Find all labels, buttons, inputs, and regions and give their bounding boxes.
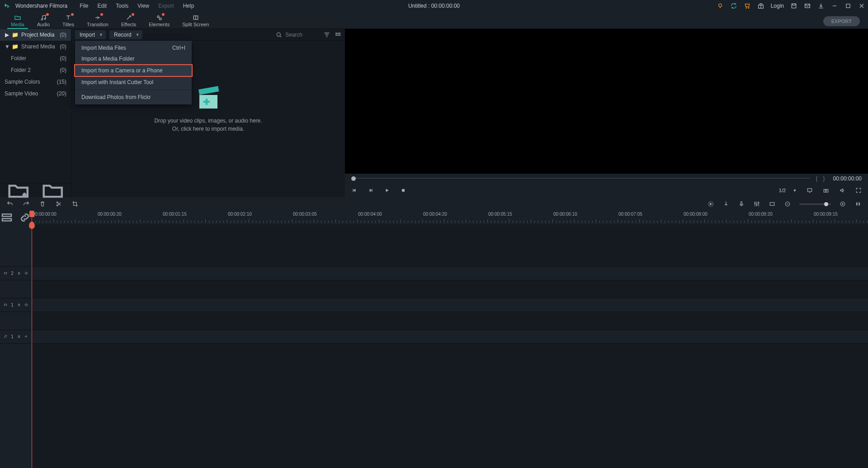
preview-scale-dropdown[interactable]: 1/2▼ (779, 188, 797, 193)
minimize-icon[interactable] (831, 2, 838, 9)
play-icon[interactable] (384, 187, 390, 194)
export-button[interactable]: EXPORT (823, 16, 860, 26)
maximize-icon[interactable] (844, 2, 852, 9)
refresh-icon[interactable] (730, 2, 737, 9)
tab-label: Transition (87, 22, 108, 27)
save-icon[interactable] (790, 2, 797, 9)
svg-point-30 (756, 204, 757, 205)
tab-effects[interactable]: Effects (115, 13, 142, 28)
mute-icon[interactable] (24, 335, 28, 338)
search-input[interactable] (285, 32, 317, 38)
folder-icon[interactable] (41, 179, 65, 203)
svg-rect-40 (18, 273, 19, 274)
next-frame-icon[interactable] (368, 187, 374, 194)
lock-icon[interactable] (17, 271, 21, 275)
menu-flickr[interactable]: Download Photos from Flickr (75, 92, 192, 103)
thumbnail-icon[interactable] (769, 200, 776, 208)
lock-icon[interactable] (17, 303, 21, 307)
record-dropdown[interactable]: Record▼ (109, 30, 142, 39)
zoom-knob[interactable] (824, 202, 828, 206)
menu-import-folder[interactable]: Import a Media Folder (75, 53, 192, 64)
tab-audio[interactable]: Audio (31, 13, 56, 28)
close-icon[interactable] (858, 2, 865, 9)
sidebar-item-sample-video[interactable]: Sample Video (20) (0, 88, 71, 99)
prev-frame-icon[interactable] (351, 187, 358, 194)
cart-icon[interactable] (744, 2, 751, 9)
crop-icon[interactable] (71, 200, 79, 208)
scrub-track[interactable] (351, 178, 811, 180)
tab-split-screen[interactable]: Split Screen (176, 13, 215, 28)
mark-in-icon[interactable]: { (816, 175, 818, 182)
tab-media[interactable]: Media (5, 13, 31, 28)
chevron-down-icon: ▼ (5, 43, 9, 50)
svg-point-9 (157, 16, 159, 18)
menu-view[interactable]: View (133, 1, 153, 10)
scrub-knob[interactable] (351, 176, 356, 181)
lightbulb-icon[interactable] (717, 2, 724, 9)
svg-point-45 (5, 337, 5, 338)
eye-icon[interactable] (24, 271, 28, 275)
mark-out-icon[interactable]: } (823, 175, 825, 182)
gift-icon[interactable] (757, 2, 764, 9)
snapshot-icon[interactable] (823, 187, 829, 194)
sidebar-item-label: Folder (11, 55, 26, 61)
volume-icon[interactable] (839, 187, 845, 194)
grid-view-icon[interactable] (334, 31, 341, 38)
timeline-ruler[interactable]: 00:00:00:0000:00:00:2000:00:01:1500:00:0… (32, 211, 868, 224)
track-v1[interactable]: 1 (0, 298, 868, 312)
track-a1[interactable]: 1 (0, 330, 868, 344)
effects-icon (125, 14, 132, 21)
render-icon[interactable] (707, 200, 714, 208)
zoom-fit-icon[interactable] (854, 200, 862, 208)
zoom-out-icon[interactable] (784, 200, 791, 208)
sidebar-item-shared-media[interactable]: ▼📁Shared Media (0) (0, 41, 71, 52)
menu-tools[interactable]: Tools (112, 1, 132, 10)
sidebar-item-count: (15) (57, 79, 66, 85)
zoom-in-icon[interactable] (839, 200, 846, 208)
fullscreen-icon[interactable] (855, 187, 862, 194)
stop-icon[interactable] (400, 187, 406, 194)
filter-icon[interactable] (323, 31, 330, 38)
login-button[interactable]: Login (771, 3, 784, 9)
track-number: 1 (11, 303, 14, 307)
search-field[interactable] (273, 30, 320, 39)
zoom-slider[interactable] (799, 203, 831, 205)
track-v2[interactable]: 2 (0, 267, 868, 280)
menu-import-files[interactable]: Import Media Files Ctrl+I (75, 43, 192, 53)
sidebar-item-sample-colors[interactable]: Sample Colors (15) (0, 76, 71, 88)
menu-file[interactable]: File (75, 1, 92, 10)
sidebar-item-label: Folder 2 (11, 67, 31, 73)
sidebar-item-folder2[interactable]: Folder 2 (0) (0, 64, 71, 76)
menu-help[interactable]: Help (179, 1, 198, 10)
sidebar-item-label: Sample Video (5, 90, 38, 97)
tab-transition[interactable]: Transition (80, 13, 115, 28)
menu-export[interactable]: Export (154, 1, 178, 10)
menu-import-camera[interactable]: Import from a Camera or a Phone (74, 64, 193, 77)
new-folder-icon[interactable] (6, 179, 31, 203)
monitor-icon[interactable] (807, 187, 813, 194)
mail-icon[interactable] (804, 2, 811, 9)
svg-point-31 (758, 202, 759, 203)
menu-instant-cutter[interactable]: Import with Instant Cutter Tool (75, 77, 192, 88)
tab-titles[interactable]: Titles (56, 13, 80, 28)
playhead[interactable] (32, 211, 32, 468)
sidebar-item-folder[interactable]: Folder (0) (0, 52, 71, 64)
titlebar-right: Login (717, 2, 865, 9)
mixer-icon[interactable] (753, 200, 760, 208)
tab-elements[interactable]: Elements (142, 13, 176, 28)
lock-icon[interactable] (17, 335, 21, 338)
ruler-label: 00:00:00:20 (98, 212, 122, 217)
menu-edit[interactable]: Edit (94, 1, 111, 10)
split-screen-icon (192, 14, 199, 21)
sidebar-item-label: Shared Media (21, 43, 55, 50)
eye-icon[interactable] (24, 303, 28, 307)
download-icon[interactable] (817, 2, 825, 9)
voiceover-icon[interactable] (738, 200, 745, 208)
sidebar-item-project-media[interactable]: ▶📁Project Media (0) (0, 29, 71, 41)
import-dropdown[interactable]: Import▼ (75, 30, 106, 39)
track-manager-icon[interactable] (0, 211, 14, 224)
tab-label: Effects (121, 22, 136, 27)
marker-icon[interactable] (722, 200, 730, 208)
ruler-label: 00:00:00:00 (33, 212, 57, 217)
preview-viewport[interactable] (345, 29, 868, 174)
